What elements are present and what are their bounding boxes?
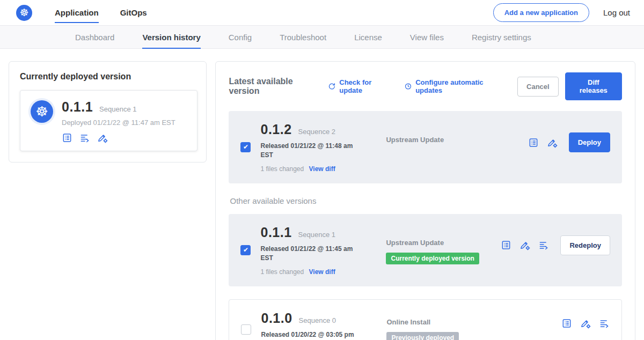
version-row-0-1-0: 0.1.0 Sequence 0 Released 01/20/22 @ 03:… <box>229 299 622 340</box>
version-number: 0.1.1 <box>260 225 291 240</box>
files-changed-line: 1 files changed View diff <box>260 165 376 173</box>
version-info: 0.1.0 Sequence 0 Released 01/20/22 @ 03:… <box>261 311 377 340</box>
released-timestamp: Released 01/21/22 @ 11:45 am EST <box>260 245 360 263</box>
cancel-button[interactable]: Cancel <box>517 77 559 97</box>
latest-available-title: Latest available version <box>229 77 319 96</box>
edit-config-icon[interactable] <box>97 132 108 143</box>
diff-select-checkbox[interactable] <box>240 245 251 255</box>
currently-deployed-card: Currently deployed version ☸ 0.1.1 Seque… <box>9 61 207 162</box>
edit-config-icon[interactable] <box>547 137 558 148</box>
row-spacer <box>229 286 622 299</box>
diff-icon[interactable] <box>538 240 549 250</box>
files-changed-label: 1 files changed <box>260 268 304 276</box>
check-for-update-label: Check for update <box>339 78 392 94</box>
version-row-0-1-1: 0.1.1 Sequence 1 Released 01/21/22 @ 11:… <box>229 214 622 286</box>
deployed-version-info: 0.1.1 Sequence 1 Deployed 01/21/22 @ 11:… <box>62 99 175 143</box>
app-subnav: Dashboard Version history Config Trouble… <box>0 26 644 49</box>
released-timestamp: Released 01/20/22 @ 03:05 pm EST <box>261 330 361 340</box>
previously-deployed-badge: Previously deployed <box>386 332 459 340</box>
subnav-tab-version-history[interactable]: Version history <box>142 26 200 49</box>
sequence-label: Sequence 0 <box>299 316 336 324</box>
configure-auto-updates-label: Configure automatic updates <box>415 78 506 94</box>
subnav-tab-config[interactable]: Config <box>229 26 252 49</box>
source-label: Online Install <box>386 318 492 326</box>
currently-deployed-badge: Currently deployed version <box>386 253 479 264</box>
deployed-actions <box>62 132 175 143</box>
edit-config-icon[interactable] <box>580 318 591 329</box>
clock-icon <box>404 82 412 91</box>
files-changed-label: 1 files changed <box>260 165 304 173</box>
k8s-wheel-glyph: ☸ <box>19 6 28 19</box>
configure-auto-updates-link[interactable]: Configure automatic updates <box>404 78 506 94</box>
version-number: 0.1.0 <box>261 311 292 326</box>
diff-select-checkbox[interactable] <box>241 324 251 335</box>
version-actions: Redeploy <box>501 235 610 255</box>
view-diff-link[interactable]: View diff <box>309 165 335 173</box>
subnav-tab-troubleshoot[interactable]: Troubleshoot <box>280 26 326 49</box>
source-label: Upstream Update <box>386 136 491 144</box>
tab-gitops-label: GitOps <box>120 8 147 17</box>
subnav-tab-license[interactable]: License <box>354 26 382 49</box>
top-navbar: ☸ Application GitOps Add a new applicati… <box>0 0 644 26</box>
topnav-right: Add a new application Log out <box>493 3 630 22</box>
subnav-tab-dashboard[interactable]: Dashboard <box>75 26 114 49</box>
kubernetes-logo-icon[interactable]: ☸ <box>16 5 32 21</box>
kubernetes-app-icon: ☸ <box>31 100 53 123</box>
diff-icon[interactable] <box>599 318 610 329</box>
version-source: Upstream Update <box>386 136 491 144</box>
deployed-card-title: Currently deployed version <box>20 72 197 82</box>
release-notes-icon[interactable] <box>561 318 572 329</box>
version-actions <box>561 318 610 329</box>
release-notes-icon[interactable] <box>62 132 72 143</box>
source-label: Upstream Update <box>386 239 491 247</box>
sequence-label: Sequence 1 <box>298 231 335 239</box>
logout-link[interactable]: Log out <box>603 8 630 17</box>
subnav-tab-registry-settings[interactable]: Registry settings <box>472 26 531 49</box>
check-for-update-link[interactable]: Check for update <box>328 78 392 94</box>
version-info: 0.1.2 Sequence 2 Released 01/21/22 @ 11:… <box>260 122 376 173</box>
diff-select-checkbox[interactable] <box>240 142 251 152</box>
tab-gitops[interactable]: GitOps <box>120 0 147 26</box>
deployed-sequence-label: Sequence 1 <box>99 105 136 113</box>
deploy-button[interactable]: Deploy <box>569 132 610 152</box>
deployed-version-number: 0.1.1 <box>62 99 93 115</box>
tab-application[interactable]: Application <box>55 0 99 26</box>
other-versions-label: Other available versions <box>230 196 621 205</box>
version-history-card: Latest available version Check for updat… <box>215 61 635 340</box>
version-info: 0.1.1 Sequence 1 Released 01/21/22 @ 11:… <box>260 225 376 276</box>
release-notes-icon[interactable] <box>501 240 511 250</box>
edit-config-icon[interactable] <box>519 240 530 250</box>
version-source: Online Install Previously deployed <box>386 318 492 340</box>
release-notes-icon[interactable] <box>528 137 539 148</box>
add-new-application-button[interactable]: Add a new application <box>493 3 589 22</box>
version-source: Upstream Update Currently deployed versi… <box>386 239 491 264</box>
version-actions: Deploy <box>528 132 610 152</box>
sequence-label: Sequence 2 <box>298 128 335 136</box>
tab-application-label: Application <box>55 8 99 17</box>
k8s-wheel-glyph: ☸ <box>35 104 48 120</box>
released-timestamp: Released 01/21/22 @ 11:48 am EST <box>260 142 360 160</box>
redeploy-button[interactable]: Redeploy <box>560 235 610 255</box>
refresh-icon <box>328 82 336 91</box>
diff-releases-button[interactable]: Diff releases <box>565 72 622 100</box>
view-diff-link[interactable]: View diff <box>309 268 335 276</box>
main-content: Currently deployed version ☸ 0.1.1 Seque… <box>0 49 644 340</box>
version-number: 0.1.2 <box>260 122 291 137</box>
version-row-0-1-2: 0.1.2 Sequence 2 Released 01/21/22 @ 11:… <box>229 111 622 183</box>
deployed-timestamp: Deployed 01/21/22 @ 11:47 am EST <box>62 119 175 127</box>
subnav-tab-view-files[interactable]: View files <box>410 26 444 49</box>
files-changed-line: 1 files changed View diff <box>260 268 376 276</box>
latest-available-header: Latest available version Check for updat… <box>229 72 622 100</box>
deployed-version-card: ☸ 0.1.1 Sequence 1 Deployed 01/21/22 @ 1… <box>20 90 197 151</box>
diff-icon[interactable] <box>79 132 90 143</box>
